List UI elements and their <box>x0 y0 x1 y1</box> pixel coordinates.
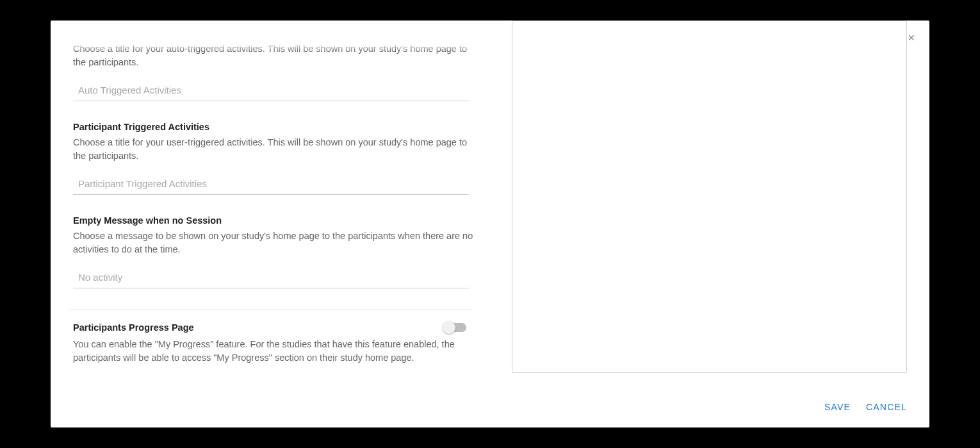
modal-footer: Save Cancel <box>824 399 907 415</box>
progress-toggle[interactable] <box>445 323 466 332</box>
progress-page-section: Participants Progress Page You can enabl… <box>73 322 477 365</box>
participant-triggered-input[interactable] <box>73 174 469 195</box>
empty-message-title: Empty Message when no Session <box>73 215 477 226</box>
save-button[interactable]: Save <box>824 399 851 415</box>
toggle-knob <box>443 321 455 334</box>
progress-page-title: Participants Progress Page <box>73 322 194 333</box>
preview-box <box>512 21 907 373</box>
auto-triggered-input[interactable] <box>73 81 469 101</box>
participant-triggered-section: Participant Triggered Activities Choose … <box>73 122 477 195</box>
empty-message-desc: Choose a message to be shown on your stu… <box>73 229 477 256</box>
auto-triggered-desc: Choose a title for your auto-triggered a… <box>73 42 477 69</box>
close-icon[interactable]: ✕ <box>906 33 917 44</box>
participant-triggered-title: Participant Triggered Activities <box>73 122 477 132</box>
preview-panel <box>496 21 907 383</box>
progress-page-desc: You can enable the "My Progress" feature… <box>73 338 477 365</box>
section-divider <box>69 309 473 310</box>
auto-triggered-section: Choose a title for your auto-triggered a… <box>73 42 477 101</box>
progress-toggle-row: Participants Progress Page <box>73 322 477 333</box>
form-panel: Choose a title for your auto-triggered a… <box>73 21 496 383</box>
empty-message-input[interactable] <box>73 268 469 288</box>
modal-content: Choose a title for your auto-triggered a… <box>51 21 929 383</box>
settings-modal: ✕ Choose a title for your auto-triggered… <box>51 21 929 427</box>
auto-triggered-desc-wrapper: Choose a title for your auto-triggered a… <box>73 42 477 69</box>
cancel-button[interactable]: Cancel <box>866 399 907 415</box>
empty-message-section: Empty Message when no Session Choose a m… <box>73 215 477 288</box>
participant-triggered-desc: Choose a title for your user-triggered a… <box>73 136 477 163</box>
